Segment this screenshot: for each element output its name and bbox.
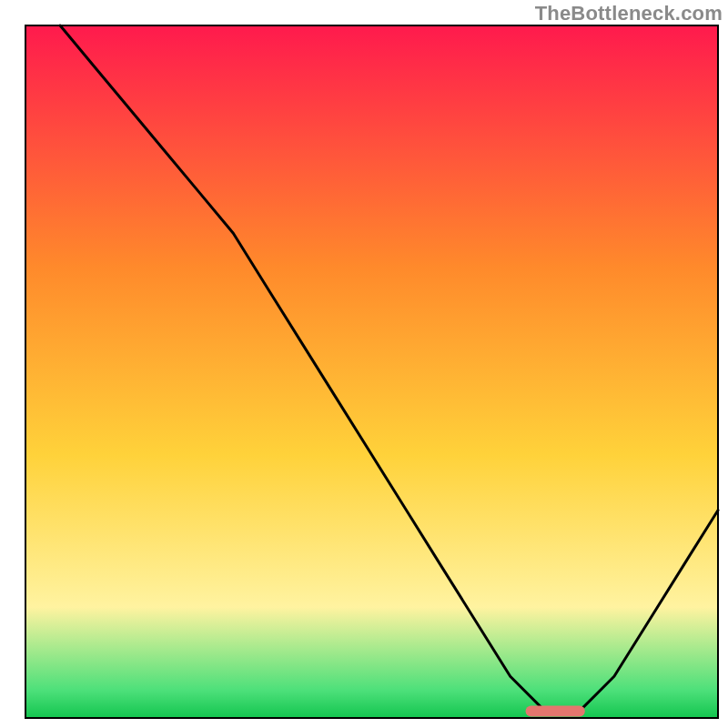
watermark-text: TheBottleneck.com xyxy=(535,2,723,25)
chart-container: TheBottleneck.com xyxy=(0,0,728,728)
plot-background xyxy=(25,25,718,718)
bottleneck-chart xyxy=(0,0,728,728)
